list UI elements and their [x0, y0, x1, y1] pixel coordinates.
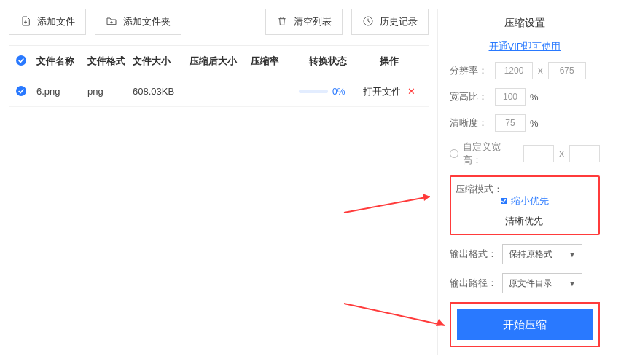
custom-wh-row[interactable]: 自定义宽高： X: [450, 141, 600, 167]
resolution-label: 分辨率：: [450, 64, 491, 77]
mode-highlight: 压缩模式： 缩小优先 清晰优先: [450, 175, 600, 235]
delete-row-icon[interactable]: ✕: [407, 86, 415, 97]
resolution-width-input[interactable]: [495, 62, 533, 79]
x-separator: X: [537, 66, 544, 76]
percent-sign: %: [530, 92, 539, 103]
mode-clear-option[interactable]: 清晰优先: [501, 215, 594, 228]
th-name: 文件名称: [36, 55, 87, 68]
out-fmt-row: 输出格式： 保持原格式 ▼: [450, 244, 600, 264]
th-status: 转换状态: [299, 55, 357, 68]
out-path-row: 输出路径： 原文件目录 ▼: [450, 273, 600, 293]
clarity-input[interactable]: [495, 114, 526, 132]
mode-label: 压缩模式：: [456, 183, 504, 196]
custom-w-input[interactable]: [523, 145, 554, 162]
select-all-checkbox[interactable]: [16, 55, 26, 66]
progress-bar: [299, 90, 328, 93]
folder-plus-icon: [106, 15, 117, 29]
aspect-input[interactable]: [495, 88, 526, 106]
chevron-down-icon: ▼: [569, 250, 576, 258]
table-row: 6.png png 608.03KB 0% 打开文件 ✕: [9, 76, 429, 107]
add-file-button[interactable]: 添加文件: [9, 9, 86, 35]
add-folder-label: 添加文件夹: [123, 15, 171, 28]
cell-size: 608.03KB: [133, 86, 190, 97]
custom-wh-label: 自定义宽高：: [463, 141, 519, 167]
custom-wh-radio[interactable]: [450, 149, 458, 158]
mode-clear-label: 清晰优先: [505, 215, 543, 228]
settings-title: 压缩设置: [450, 17, 600, 30]
percent-sign-2: %: [530, 118, 539, 129]
row-checkbox[interactable]: [16, 86, 26, 96]
history-label: 历史记录: [380, 15, 418, 28]
annotation-arrow-1: [344, 191, 439, 223]
start-compress-button[interactable]: 开始压缩: [457, 309, 593, 340]
x-separator-2: X: [558, 149, 565, 159]
mode-shrink-option[interactable]: 缩小优先: [501, 194, 594, 207]
add-folder-button[interactable]: 添加文件夹: [95, 9, 181, 35]
open-file-link[interactable]: 打开文件: [363, 86, 401, 97]
cell-status: 0%: [299, 87, 357, 97]
out-path-select[interactable]: 原文件目录 ▼: [502, 273, 582, 293]
svg-marker-2: [423, 194, 430, 201]
mode-shrink-label: 缩小优先: [511, 194, 549, 207]
svg-line-1: [344, 197, 430, 213]
start-highlight: 开始压缩: [450, 302, 600, 347]
resolution-row: 分辨率： X: [450, 62, 600, 79]
aspect-label: 宽高比：: [450, 90, 491, 103]
th-ratio: 压缩率: [251, 55, 299, 68]
cell-format: png: [87, 86, 133, 97]
progress-percent: 0%: [332, 87, 345, 97]
clarity-label: 清晰度：: [450, 116, 491, 130]
clear-list-label: 清空列表: [294, 15, 332, 28]
clock-icon: [362, 15, 374, 29]
th-op: 操作: [357, 55, 421, 68]
settings-panel: 压缩设置 开通VIP即可使用 分辨率： X 宽高比： % 清晰度： % 自定义宽…: [437, 9, 612, 355]
vip-link[interactable]: 开通VIP即可使用: [450, 40, 600, 53]
th-size: 文件大小: [133, 55, 190, 68]
mode-shrink-radio[interactable]: [501, 198, 507, 204]
add-file-label: 添加文件: [37, 15, 75, 28]
resolution-height-input[interactable]: [548, 62, 586, 79]
th-format: 文件格式: [87, 55, 133, 68]
cell-op: 打开文件 ✕: [357, 85, 421, 98]
file-table: 文件名称 文件格式 文件大小 压缩后大小 压缩率 转换状态 操作 6.png p…: [9, 45, 429, 107]
clear-list-button[interactable]: 清空列表: [265, 9, 343, 35]
cell-name: 6.png: [36, 86, 87, 97]
aspect-row: 宽高比： %: [450, 88, 600, 106]
out-fmt-select[interactable]: 保持原格式 ▼: [502, 244, 582, 264]
out-fmt-value: 保持原格式: [509, 248, 552, 261]
out-path-value: 原文件目录: [509, 277, 552, 290]
th-after: 压缩后大小: [190, 55, 251, 68]
trash-icon: [276, 15, 288, 29]
custom-h-input[interactable]: [569, 145, 600, 162]
out-fmt-label: 输出格式：: [450, 248, 498, 261]
table-header: 文件名称 文件格式 文件大小 压缩后大小 压缩率 转换状态 操作: [9, 46, 429, 76]
history-button[interactable]: 历史记录: [351, 9, 429, 35]
out-path-label: 输出路径：: [450, 277, 498, 290]
toolbar: 添加文件 添加文件夹 清空列表 历史记录: [9, 9, 429, 35]
svg-line-3: [344, 304, 445, 325]
clarity-row: 清晰度： %: [450, 114, 600, 132]
file-plus-icon: [20, 15, 31, 29]
chevron-down-icon-2: ▼: [569, 280, 576, 288]
